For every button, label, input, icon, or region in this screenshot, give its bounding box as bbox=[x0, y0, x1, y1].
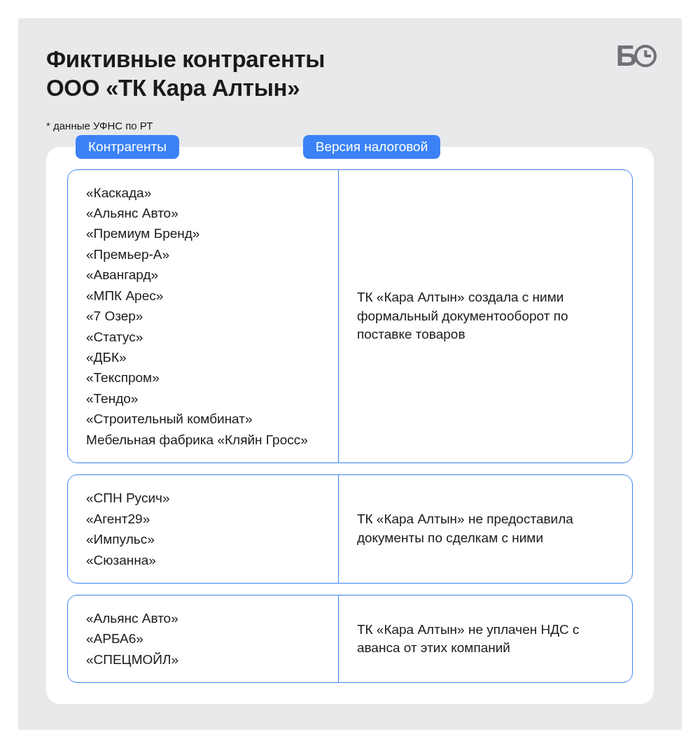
contractors-list: «СПН Русич»«Агент29»«Импульс»«Сюзанна» bbox=[68, 475, 339, 583]
company-item: «Агент29» bbox=[86, 509, 324, 529]
company-item: «Каскада» bbox=[86, 183, 324, 203]
clock-icon bbox=[634, 45, 657, 67]
company-item: «Альянс Авто» bbox=[86, 203, 324, 223]
tax-description-text: ТК «Кара Алтын» не уплачен НДС с аванса … bbox=[357, 621, 618, 658]
title-line-2: ООО «ТК Кара Алтын» bbox=[46, 75, 300, 101]
tax-description-cell: ТК «Кара Алтын» не уплачен НДС с аванса … bbox=[339, 595, 632, 682]
company-item: «Тендо» bbox=[86, 388, 324, 409]
company-item: «Альянс Авто» bbox=[86, 608, 324, 628]
company-item: «7 Озер» bbox=[86, 306, 324, 326]
tax-description-text: ТК «Кара Алтын» создала с ними формальны… bbox=[357, 288, 618, 344]
section-row: «Каскада»«Альянс Авто»«Премиум Бренд»«Пр… bbox=[67, 169, 633, 464]
tax-description-text: ТК «Кара Алтын» не предоставила документ… bbox=[357, 510, 618, 547]
company-item: «Строительный комбинат» bbox=[86, 409, 324, 429]
company-item: «СПЕЦМОЙЛ» bbox=[86, 649, 324, 670]
company-item: «Импульс» bbox=[86, 529, 324, 549]
source-note: * данные УФНС по РТ bbox=[46, 120, 654, 132]
section-row: «СПН Русич»«Агент29»«Импульс»«Сюзанна»ТК… bbox=[67, 474, 633, 584]
content-card: Контрагенты Версия налоговой «Каскада»«А… bbox=[46, 147, 654, 705]
company-item: «Премьер-А» bbox=[86, 244, 324, 264]
page-title: Фиктивные контрагенты ООО «ТК Кара Алтын… bbox=[46, 45, 654, 103]
tax-description-cell: ТК «Кара Алтын» не предоставила документ… bbox=[339, 475, 632, 583]
company-item: «ДБК» bbox=[86, 347, 324, 367]
company-item: «Авангард» bbox=[86, 264, 324, 285]
column-headers: Контрагенты Версия налоговой bbox=[67, 135, 633, 159]
company-item: «СПН Русич» bbox=[86, 488, 324, 508]
contractors-list: «Альянс Авто»«АРБА6»«СПЕЦМОЙЛ» bbox=[68, 595, 339, 682]
company-item: «АРБА6» bbox=[86, 628, 324, 649]
logo-letter: Б bbox=[616, 39, 636, 73]
company-item: «Статус» bbox=[86, 327, 324, 347]
section-row: «Альянс Авто»«АРБА6»«СПЕЦМОЙЛ»ТК «Кара А… bbox=[67, 595, 633, 683]
header-contractors: Контрагенты bbox=[76, 135, 179, 159]
company-item: Мебельная фабрика «Кляйн Гросс» bbox=[86, 430, 324, 450]
company-item: «МПК Арес» bbox=[86, 285, 324, 306]
brand-logo: Б bbox=[616, 39, 657, 73]
header-tax-version: Версия налоговой bbox=[303, 135, 441, 159]
title-line-1: Фиктивные контрагенты bbox=[46, 46, 325, 72]
tax-description-cell: ТК «Кара Алтын» создала с ними формальны… bbox=[339, 170, 632, 463]
company-item: «Текспром» bbox=[86, 367, 324, 388]
infographic-container: Б Фиктивные контрагенты ООО «ТК Кара Алт… bbox=[18, 18, 682, 730]
company-item: «Премиум Бренд» bbox=[86, 223, 324, 244]
contractors-list: «Каскада»«Альянс Авто»«Премиум Бренд»«Пр… bbox=[68, 170, 339, 463]
company-item: «Сюзанна» bbox=[86, 550, 324, 570]
